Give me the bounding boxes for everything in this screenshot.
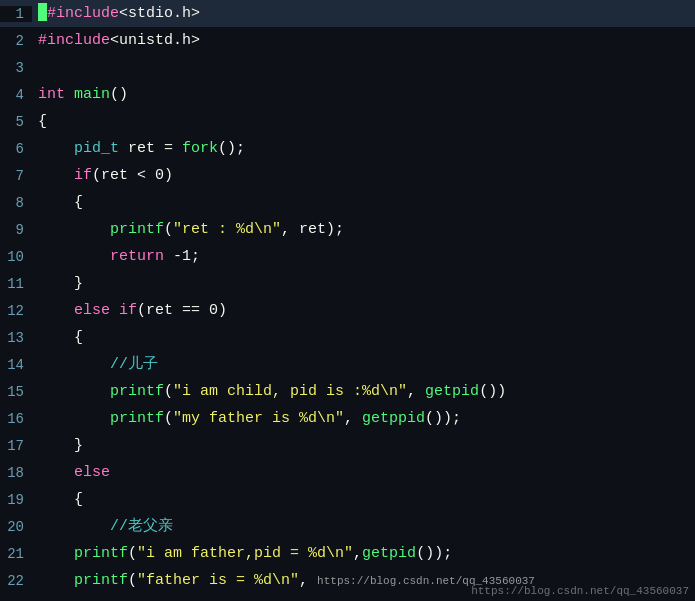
line-number-2: 2 — [0, 33, 32, 49]
code-line-14: 14 //儿子 — [0, 351, 695, 378]
line-number-15: 15 — [0, 384, 32, 400]
line-number-14: 14 — [0, 357, 32, 373]
line-content-21: printf("i am father,pid = %d\n",getpid()… — [32, 540, 452, 567]
line-content-2: #include<unistd.h> — [32, 27, 200, 54]
line-number-12: 12 — [0, 303, 32, 319]
code-line-4: 4 int main() — [0, 81, 695, 108]
code-line-16: 16 printf("my father is %d\n", getppid()… — [0, 405, 695, 432]
cursor — [38, 3, 47, 21]
line-content-12: else if(ret == 0) — [32, 297, 227, 324]
line-content-18: else — [32, 459, 110, 486]
code-line-17: 17 } — [0, 432, 695, 459]
code-line-8: 8 { — [0, 189, 695, 216]
line-number-16: 16 — [0, 411, 32, 427]
line-content-14: //儿子 — [32, 351, 158, 378]
code-editor: 1 #include<stdio.h> 2 #include<unistd.h>… — [0, 0, 695, 601]
line-number-10: 10 — [0, 249, 32, 265]
line-content-10: return -1; — [32, 243, 200, 270]
line-number-20: 20 — [0, 519, 32, 535]
line-content-22: printf("father is = %d\n", https://blog.… — [32, 567, 535, 595]
code-line-15: 15 printf("i am child, pid is :%d\n", ge… — [0, 378, 695, 405]
line-content-7: if(ret < 0) — [32, 162, 173, 189]
code-line-5: 5 { — [0, 108, 695, 135]
line-content-1: #include<stdio.h> — [32, 0, 200, 27]
line-number-1: 1 — [0, 6, 32, 22]
line-number-22: 22 — [0, 573, 32, 589]
code-line-12: 12 else if(ret == 0) — [0, 297, 695, 324]
code-line-11: 11 } — [0, 270, 695, 297]
line-number-18: 18 — [0, 465, 32, 481]
line-content-13: { — [32, 324, 83, 351]
code-line-10: 10 return -1; — [0, 243, 695, 270]
line-number-8: 8 — [0, 195, 32, 211]
line-number-7: 7 — [0, 168, 32, 184]
line-content-9: printf("ret : %d\n", ret); — [32, 216, 344, 243]
code-line-18: 18 else — [0, 459, 695, 486]
line-number-9: 9 — [0, 222, 32, 238]
line-number-3: 3 — [0, 60, 32, 76]
line-content-15: printf("i am child, pid is :%d\n", getpi… — [32, 378, 506, 405]
code-line-2: 2 #include<unistd.h> — [0, 27, 695, 54]
code-line-21: 21 printf("i am father,pid = %d\n",getpi… — [0, 540, 695, 567]
line-number-19: 19 — [0, 492, 32, 508]
line-number-4: 4 — [0, 87, 32, 103]
code-line-6: 6 pid_t ret = fork(); — [0, 135, 695, 162]
line-number-17: 17 — [0, 438, 32, 454]
code-line-19: 19 { — [0, 486, 695, 513]
line-content-8: { — [32, 189, 83, 216]
watermark: https://blog.csdn.net/qq_43560037 — [471, 585, 689, 597]
code-line-7: 7 if(ret < 0) — [0, 162, 695, 189]
code-line-9: 9 printf("ret : %d\n", ret); — [0, 216, 695, 243]
line-number-6: 6 — [0, 141, 32, 157]
code-line-13: 13 { — [0, 324, 695, 351]
line-content-16: printf("my father is %d\n", getppid()); — [32, 405, 461, 432]
line-content-19: { — [32, 486, 83, 513]
line-content-6: pid_t ret = fork(); — [32, 135, 245, 162]
line-content-4: int main() — [32, 81, 128, 108]
line-content-17: } — [32, 432, 83, 459]
code-line-20: 20 //老父亲 — [0, 513, 695, 540]
line-number-21: 21 — [0, 546, 32, 562]
line-number-5: 5 — [0, 114, 32, 130]
line-content-5: { — [32, 108, 47, 135]
line-content-20: //老父亲 — [32, 513, 173, 540]
line-number-13: 13 — [0, 330, 32, 346]
code-line-1: 1 #include<stdio.h> — [0, 0, 695, 27]
code-line-3: 3 — [0, 54, 695, 81]
line-number-11: 11 — [0, 276, 32, 292]
line-content-11: } — [32, 270, 83, 297]
